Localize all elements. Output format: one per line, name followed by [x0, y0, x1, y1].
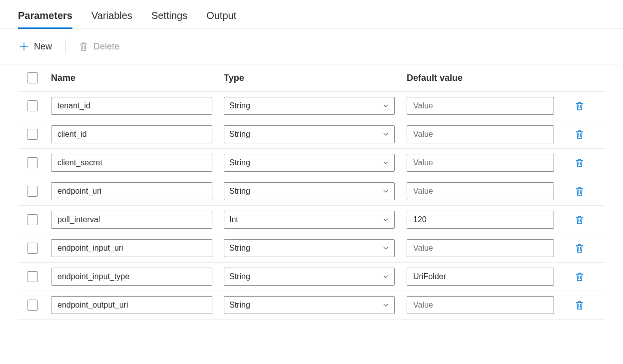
- param-name-input[interactable]: [56, 158, 207, 168]
- row-delete-button[interactable]: [575, 243, 585, 253]
- param-type-select[interactable]: String: [224, 154, 395, 172]
- row-checkbox[interactable]: [27, 129, 38, 140]
- chevron-down-icon: [382, 131, 389, 138]
- table-row: Int: [18, 206, 605, 234]
- param-type-value: Int: [229, 215, 238, 224]
- row-checkbox[interactable]: [27, 271, 38, 282]
- row-checkbox[interactable]: [27, 157, 38, 168]
- tab-settings[interactable]: Settings: [151, 5, 187, 28]
- row-checkbox[interactable]: [27, 214, 38, 225]
- param-type-select[interactable]: String: [224, 268, 395, 286]
- new-button[interactable]: New: [18, 39, 53, 54]
- param-name-input[interactable]: [56, 101, 207, 111]
- trash-icon: [78, 41, 88, 51]
- chevron-down-icon: [382, 216, 389, 223]
- param-name-input[interactable]: [56, 272, 207, 282]
- param-name-input[interactable]: [56, 129, 207, 139]
- param-default-input[interactable]: [412, 300, 549, 310]
- param-default-input[interactable]: [412, 101, 549, 111]
- param-default-input[interactable]: [412, 243, 549, 253]
- delete-button[interactable]: Delete: [77, 39, 120, 54]
- tab-bar: Parameters Variables Settings Output: [0, 0, 623, 29]
- table-row: String: [18, 263, 605, 291]
- param-name-input[interactable]: [56, 215, 207, 225]
- param-type-select[interactable]: String: [224, 97, 395, 115]
- param-name-input[interactable]: [56, 186, 207, 196]
- delete-button-label: Delete: [93, 41, 119, 52]
- table-row: String: [18, 177, 605, 206]
- row-delete-button[interactable]: [575, 272, 585, 282]
- row-checkbox[interactable]: [27, 186, 38, 197]
- param-type-value: String: [229, 272, 250, 281]
- param-type-value: String: [229, 244, 250, 253]
- param-type-select[interactable]: String: [224, 182, 395, 200]
- chevron-down-icon: [382, 302, 389, 309]
- new-button-label: New: [34, 41, 52, 52]
- param-type-select[interactable]: String: [224, 296, 395, 314]
- param-type-value: String: [229, 187, 250, 196]
- toolbar: New Delete: [0, 29, 623, 64]
- table-row: String: [18, 149, 605, 177]
- tab-output[interactable]: Output: [206, 5, 236, 28]
- chevron-down-icon: [382, 188, 389, 195]
- table-header: Name Type Default value: [18, 64, 605, 92]
- table-row: String: [18, 92, 605, 120]
- param-type-value: String: [229, 130, 250, 139]
- tab-parameters[interactable]: Parameters: [18, 5, 72, 28]
- param-default-input[interactable]: [412, 129, 549, 139]
- row-checkbox[interactable]: [27, 300, 38, 311]
- tab-variables[interactable]: Variables: [91, 5, 132, 28]
- table-row: String: [18, 291, 605, 320]
- param-default-input[interactable]: [412, 215, 549, 225]
- table-row: String: [18, 234, 605, 263]
- row-delete-button[interactable]: [575, 158, 585, 168]
- param-default-input[interactable]: [412, 186, 549, 196]
- param-default-input[interactable]: [412, 272, 549, 282]
- param-default-input[interactable]: [412, 158, 549, 168]
- toolbar-divider: [65, 39, 65, 54]
- row-delete-button[interactable]: [575, 300, 585, 310]
- row-delete-button[interactable]: [575, 186, 585, 196]
- chevron-down-icon: [382, 159, 389, 166]
- chevron-down-icon: [382, 102, 389, 109]
- table-row: String: [18, 120, 605, 149]
- row-checkbox[interactable]: [27, 243, 38, 254]
- param-type-value: String: [229, 158, 250, 167]
- row-checkbox[interactable]: [27, 100, 38, 111]
- param-type-value: String: [229, 301, 250, 310]
- chevron-down-icon: [382, 245, 389, 252]
- row-delete-button[interactable]: [575, 215, 585, 225]
- param-type-select[interactable]: Int: [224, 211, 395, 229]
- row-delete-button[interactable]: [575, 129, 585, 139]
- param-type-select[interactable]: String: [224, 125, 395, 143]
- param-name-input[interactable]: [56, 243, 207, 253]
- row-delete-button[interactable]: [575, 101, 585, 111]
- param-type-select[interactable]: String: [224, 239, 395, 257]
- parameters-table: Name Type Default value StringStringStri…: [0, 64, 623, 320]
- plus-icon: [19, 41, 29, 51]
- param-type-value: String: [229, 101, 250, 110]
- select-all-checkbox[interactable]: [27, 72, 38, 83]
- column-header-default: Default value: [407, 73, 562, 83]
- column-header-type: Type: [224, 73, 404, 83]
- param-name-input[interactable]: [56, 300, 207, 310]
- column-header-name: Name: [51, 73, 221, 83]
- chevron-down-icon: [382, 273, 389, 280]
